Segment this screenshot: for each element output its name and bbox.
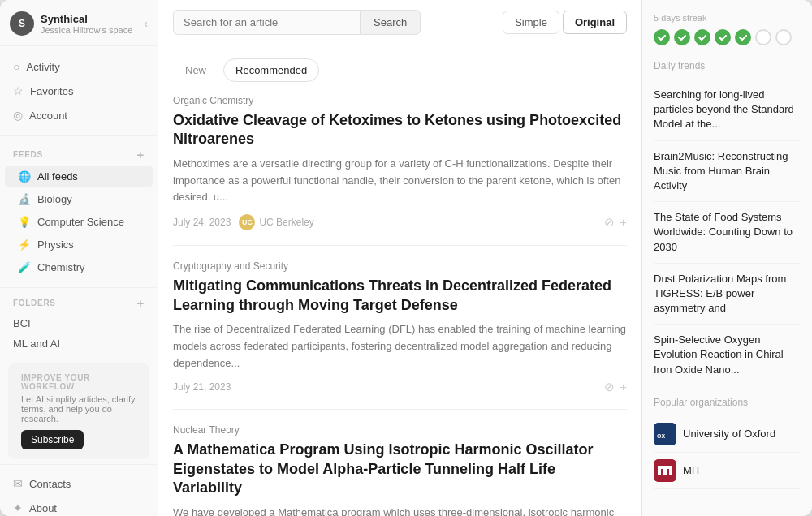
sidebar-item-physics[interactable]: ⚡ Physics: [5, 234, 153, 256]
sidebar-username: Synthical: [41, 13, 132, 25]
activity-icon: ○: [13, 60, 19, 73]
article-category-3: Nuclear Theory: [173, 424, 627, 436]
org-item-mit[interactable]: MIT: [654, 453, 801, 489]
trend-item-1[interactable]: Searching for long-lived particles beyon…: [654, 80, 801, 141]
tab-new[interactable]: New: [173, 58, 218, 82]
folder-bci-label: BCI: [13, 317, 31, 329]
svg-point-2: [695, 30, 710, 45]
svg-point-1: [675, 30, 689, 45]
daily-trends-label: Daily trends: [654, 60, 801, 71]
sidebar-account-label: Account: [29, 110, 67, 122]
sidebar-nav: ○ Activity ☆ Favorites ◎ Account: [0, 46, 158, 136]
sidebar-subname: Jessica Hiltrow's space: [41, 25, 132, 35]
sidebar-biology-label: Biology: [37, 193, 72, 205]
sidebar-item-favorites[interactable]: ☆ Favorites: [0, 79, 158, 103]
sidebar-item-chemistry[interactable]: 🧪 Chemistry: [5, 256, 153, 278]
sidebar-item-biology[interactable]: 🔬 Biology: [5, 188, 153, 210]
sidebar-item-about[interactable]: ✦ About: [0, 496, 158, 516]
trend-item-3[interactable]: The State of Food Systems Worldwide: Cou…: [654, 202, 801, 264]
article-category-2: Cryptography and Security: [173, 260, 627, 272]
streak-dot-1: [654, 29, 670, 45]
svg-text:OX: OX: [657, 433, 665, 439]
trend-item-4[interactable]: Dust Polarization Maps from TIGRESS: E/B…: [654, 264, 801, 325]
sidebar-favorites-label: Favorites: [30, 85, 73, 97]
svg-point-0: [654, 30, 669, 45]
sidebar-item-ml-ai[interactable]: ML and AI: [0, 333, 158, 354]
about-icon: ✦: [13, 501, 23, 514]
svg-rect-11: [658, 466, 672, 469]
streak-dot-6: [755, 29, 771, 45]
sidebar-about-label: About: [29, 502, 57, 514]
streak-dot-5: [735, 29, 751, 45]
simple-toggle-button[interactable]: Simple: [503, 11, 559, 34]
streak-dot-2: [674, 29, 690, 45]
sidebar-item-bci[interactable]: BCI: [0, 313, 158, 333]
trends-list: Searching for long-lived particles beyon…: [654, 80, 801, 385]
article-excerpt-2: The rise of Decentralized Federated Lear…: [173, 321, 627, 372]
sidebar-contacts-label: Contacts: [29, 478, 71, 490]
article-card-3: Nuclear Theory A Mathematica Program Usi…: [173, 424, 627, 516]
sidebar-item-computer-science[interactable]: 💡 Computer Science: [5, 211, 153, 233]
article-title-3[interactable]: A Mathematica Program Using Isotropic Ha…: [173, 441, 627, 497]
sidebar-item-contacts[interactable]: ✉ Contacts: [0, 471, 158, 496]
feeds-section: FEEDS + 🌐 All feeds 🔬 Biology 💡 Computer…: [0, 136, 158, 287]
sidebar-item-account[interactable]: ◎ Account: [0, 103, 158, 127]
subscribe-button[interactable]: Subscribe: [21, 430, 84, 449]
sidebar-item-activity[interactable]: ○ Activity: [0, 54, 158, 79]
folder-mlai-label: ML and AI: [13, 338, 60, 350]
folders-section-header: FOLDERS +: [0, 293, 158, 313]
feeds-label: FEEDS: [13, 150, 43, 159]
popular-orgs-label: Popular organizations: [654, 397, 801, 408]
popular-orgs-section: Popular organizations OX University of O…: [654, 397, 801, 489]
add-icon-1[interactable]: +: [620, 215, 627, 230]
add-feed-icon[interactable]: +: [137, 148, 145, 161]
article-card-1: Organic Chemistry Oxidative Cleavage of …: [173, 95, 627, 246]
org-item-oxford[interactable]: OX University of Oxford: [654, 416, 801, 453]
source-avatar-1: UC: [239, 214, 255, 230]
feeds-section-header: FEEDS +: [0, 144, 158, 165]
article-category-1: Organic Chemistry: [173, 95, 627, 106]
article-title-2[interactable]: Mitigating Communications Threats in Dec…: [173, 277, 627, 315]
articles-content: New Recommended Organic Chemistry Oxidat…: [158, 45, 641, 516]
favorites-icon: ☆: [13, 84, 24, 97]
org-logo-mit: [654, 459, 676, 482]
org-name-mit: MIT: [683, 464, 701, 476]
improve-title: IMPROVE YOUR WORKFLOW: [21, 373, 136, 391]
article-title-1[interactable]: Oxidative Cleavage of Ketoximes to Keton…: [173, 111, 627, 149]
tab-recommended[interactable]: Recommended: [223, 58, 319, 82]
bookmark-icon-1[interactable]: ⊘: [604, 215, 615, 230]
computer-science-icon: 💡: [18, 216, 31, 228]
search-button[interactable]: Search: [360, 10, 421, 35]
article-actions-1: ⊘ +: [604, 215, 627, 230]
sidebar-collapse-icon[interactable]: ‹: [144, 17, 148, 30]
article-meta-1: July 24, 2023 UC UC Berkeley ⊘ +: [173, 214, 627, 230]
svg-point-3: [715, 30, 730, 45]
sidebar-activity-label: Activity: [26, 61, 59, 73]
streak-label: 5 days streak: [654, 13, 801, 23]
physics-icon: ⚡: [18, 239, 31, 251]
article-date-2: July 21, 2023: [173, 381, 231, 393]
article-actions-2: ⊘ +: [604, 380, 627, 394]
search-input[interactable]: [173, 10, 360, 35]
streak-dot-7: [775, 29, 792, 45]
article-excerpt-3: We have developed a Mathematica program …: [173, 505, 627, 516]
main-header: Search Simple Original: [158, 0, 641, 45]
search-area: Search: [173, 10, 421, 35]
main-content: Search Simple Original New Recommended O…: [158, 0, 641, 516]
sidebar-item-all-feeds[interactable]: 🌐 All feeds: [5, 166, 153, 187]
sidebar: S Synthical Jessica Hiltrow's space ‹ ○ …: [0, 0, 158, 516]
original-toggle-button[interactable]: Original: [563, 11, 627, 34]
add-icon-2[interactable]: +: [620, 380, 627, 394]
sidebar-cs-label: Computer Science: [37, 216, 124, 228]
trend-item-5[interactable]: Spin-Selective Oxygen Evolution Reaction…: [654, 325, 801, 385]
trend-item-2[interactable]: Brain2Music: Reconstructing Music from H…: [654, 141, 801, 203]
add-folder-icon[interactable]: +: [137, 296, 145, 310]
account-icon: ◎: [13, 109, 23, 122]
tab-bar: New Recommended: [173, 58, 627, 82]
sidebar-user: S Synthical Jessica Hiltrow's space: [10, 11, 132, 36]
article-date-1: July 24, 2023: [173, 217, 231, 228]
bookmark-icon-2[interactable]: ⊘: [604, 380, 615, 394]
svg-point-4: [736, 30, 750, 45]
avatar: S: [10, 11, 34, 36]
article-card-2: Cryptography and Security Mitigating Com…: [173, 260, 627, 410]
